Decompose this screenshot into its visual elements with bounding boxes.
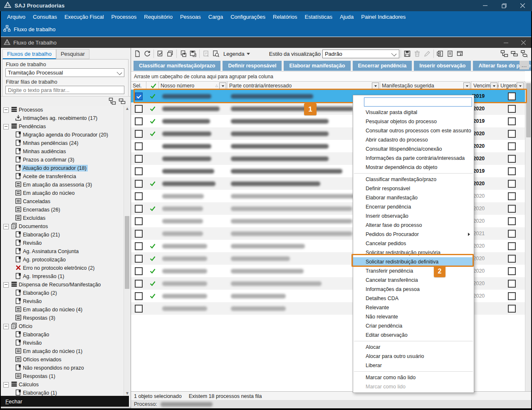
save-as-icon[interactable] [188,49,198,58]
tree-item[interactable]: Ag. Impressão (1) [1,272,123,281]
tree-item[interactable]: Migração agenda do Procurador (20) [1,131,123,139]
menu-item-consultar-litispend-ncia-conex-o[interactable]: Consultar litispendência/conexão [353,144,474,154]
menubar-item-relat-rios[interactable]: Relatórios [269,11,301,22]
row-select-checkbox[interactable] [135,242,143,250]
row-select-checkbox[interactable] [135,155,143,163]
workflow-organize-icon[interactable] [510,49,520,58]
menu-item-marcar-como-n-o-lido[interactable]: Marcar como não lido [353,373,474,382]
tree-item[interactable]: Ofício [1,322,123,330]
urgente-checkbox[interactable] [508,117,516,125]
tree-item[interactable]: Minhas pendências (24) [1,139,123,147]
tree-item[interactable]: Em atuação do núcleo [1,189,123,197]
menu-item-relevante[interactable]: Relevante [353,303,474,312]
urgente-checkbox[interactable] [508,142,516,150]
tree-item[interactable]: Ag. Assinatura Conjunta [1,247,123,256]
preview-search-icon[interactable] [211,49,221,58]
filter-queues-input[interactable] [5,86,124,94]
row-select-checkbox[interactable] [135,130,143,138]
menu-item-mostrar-depend-ncia-do-objeto[interactable]: Mostrar dependência do objeto [353,163,474,172]
menu-item-informa-es-da-parte-contr-ria-interessada[interactable]: Informações da parte contrária/interessa… [353,154,474,163]
menu-item-encerrar-pend-ncia[interactable]: Encerrar pendência [353,202,474,211]
copy-save-icon[interactable] [178,49,188,58]
collapse-all-icon[interactable] [119,97,126,107]
menubar-item-arquivo[interactable]: Arquivo [3,11,29,22]
report-icon[interactable] [445,49,455,58]
row-select-checkbox[interactable] [135,267,143,275]
workflow-expand-icon[interactable] [500,49,510,58]
menu-item-visualizar-pasta-digital[interactable]: Visualizar pasta digital [353,108,474,117]
tree-scrollbar[interactable]: ▲ ▼ [124,106,130,396]
urgente-checkbox[interactable] [508,155,516,163]
inner-minimize-button[interactable] [497,37,515,48]
tree-expander-icon[interactable] [3,382,9,388]
tree-item[interactable]: Em atuação do núcleo (4) [1,306,123,314]
tree-item[interactable]: Atuação do procurador (18) [1,164,123,172]
urgente-checkbox[interactable] [508,192,516,200]
new-document-icon[interactable] [132,49,142,58]
group-by-bar[interactable]: Arraste um cabeçalho de coluna aqui para… [131,71,525,82]
tree-item[interactable]: Excluídas [1,214,123,222]
copy-icon[interactable] [165,49,175,58]
tree-item[interactable]: Não respondidos no prazo [1,364,123,372]
urgente-checkbox[interactable] [508,167,516,175]
tree-expander-icon[interactable] [3,124,9,129]
urgente-checkbox[interactable] [508,242,516,250]
row-select-checkbox[interactable] [135,117,143,125]
menu-item-editar-observa-o[interactable]: Editar observação [353,330,474,340]
menu-item-pedidos-do-procurador[interactable]: Pedidos do Procurador [353,230,474,239]
menu-item-elaborar-manifesta-o[interactable]: Elaborar manifestação [353,193,474,202]
menubar-item-configura-es[interactable]: Configurações [227,11,269,22]
tree-item[interactable]: Elaboração (1) [1,389,123,396]
tab-pesquisar[interactable]: Pesquisar [56,49,89,59]
tree-item[interactable]: Processos [1,106,123,114]
menubar-item-consultas[interactable]: Consultas [29,11,61,22]
workflow-settings-icon[interactable] [520,49,530,58]
tree-item[interactable]: Ag. protocolização [1,256,123,264]
menu-item-definir-respons-vel[interactable]: Definir responsável [353,184,474,193]
tree-item[interactable]: Prazos a confirmar (3) [1,156,123,164]
action-button-elaborar-manifesta-o[interactable]: Elaborar manifestação [284,61,350,71]
menu-item-abrir-cadastro-do-processo[interactable]: Abrir cadastro do processo [353,135,474,144]
menu-item-consultar-outros-processos-com-este-assunto[interactable]: Consultar outros processos com este assu… [353,126,474,135]
menu-item-alocar[interactable]: Alocar [353,343,474,352]
tree-expander-icon[interactable] [3,282,9,288]
tree-item[interactable]: Elaboração (2) [1,289,123,297]
row-select-checkbox[interactable] [135,292,143,300]
row-select-checkbox[interactable] [135,205,143,213]
urgente-checkbox[interactable] [508,105,516,113]
action-button-encerrar-pend-ncia[interactable]: Encerrar pendência [353,61,412,71]
tree-item[interactable]: Revisão [1,239,123,247]
tree-item[interactable]: Pendências [1,122,123,131]
style-combobox[interactable]: Padrão [322,50,399,58]
row-select-checkbox[interactable] [135,255,143,263]
menubar-item-processos[interactable]: Processos [108,11,141,22]
tab-fluxos-de-trabalho[interactable]: Fluxos de trabalho [2,49,56,59]
refresh-icon[interactable] [142,49,152,58]
tree-item[interactable]: Respostas (1) [1,372,123,380]
tree-item[interactable]: Cálculos [1,380,123,389]
menu-item-liberar[interactable]: Liberar [353,361,474,370]
menubar-item-pessoas[interactable]: Pessoas [176,11,205,22]
urgente-checkbox[interactable] [508,267,516,275]
menubar-item-estat-sticas[interactable]: Estatísticas [301,11,336,22]
tree-item[interactable]: Em atuação da assessoria (3) [1,181,123,189]
urgente-checkbox[interactable] [508,217,516,225]
export-excel-icon[interactable] [435,49,445,58]
menu-item-alterar-fase-do-processo[interactable]: Alterar fase do processo [353,221,474,230]
menu-item-criar-pend-ncia[interactable]: Criar pendência [353,321,474,330]
row-select-checkbox[interactable] [135,230,143,238]
menubar-item-execu-o-fiscal[interactable]: Execução Fiscal [61,11,108,22]
ribbon-workflow-button[interactable]: Fluxo de trabalho [14,26,55,32]
row-select-checkbox[interactable] [135,305,143,313]
urgente-checkbox[interactable] [508,255,516,263]
row-select-checkbox[interactable] [135,217,143,225]
menubar-item-carga[interactable]: Carga [205,11,227,22]
menu-item-informa-es-da-pessoa[interactable]: Informações da pessoa [353,285,474,294]
urgente-checkbox[interactable] [508,305,516,313]
menu-item-detalhes-cda[interactable]: Detalhes CDA [353,294,474,303]
menu-item-cancelar-pedidos[interactable]: Cancelar pedidos [353,239,474,248]
row-select-checkbox[interactable] [135,167,143,175]
tree-item[interactable]: Elaboração [1,330,123,339]
tree-item[interactable]: Documentos [1,222,123,231]
tree-expander-icon[interactable] [3,324,9,329]
